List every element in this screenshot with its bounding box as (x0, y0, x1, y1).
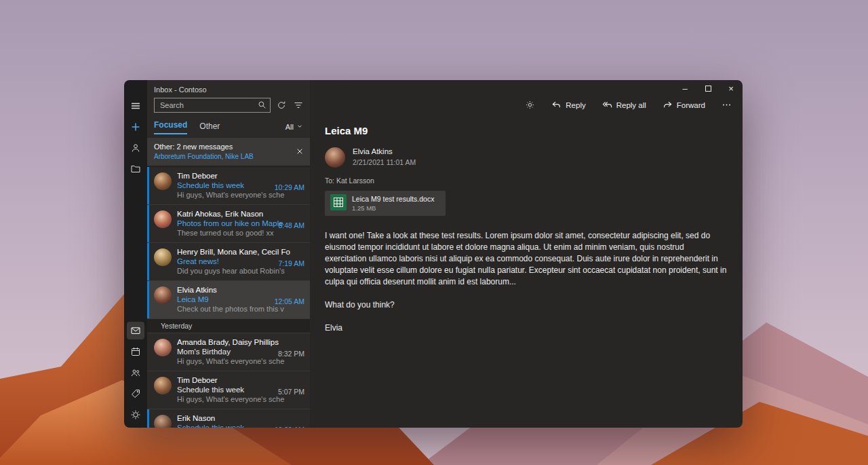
reply-button[interactable]: Reply (551, 100, 585, 111)
nav-people-button[interactable] (124, 362, 147, 383)
forward-button[interactable]: Forward (663, 100, 705, 111)
avatar (154, 248, 172, 266)
message-sender: Tim Deboer (177, 172, 304, 180)
avatar (154, 172, 172, 190)
unread-indicator (147, 281, 149, 318)
reply-all-button[interactable]: Reply all (602, 100, 646, 111)
banner-close-icon[interactable] (296, 146, 304, 158)
message-time: 12:05 AM (275, 297, 304, 305)
gear-icon (130, 409, 141, 420)
new-mail-button[interactable] (124, 116, 147, 137)
message-list: Tim Deboer Schedule this week Hi guys, W… (147, 167, 310, 428)
search-row (147, 98, 310, 113)
calendar-icon (130, 346, 141, 357)
tab-focused[interactable]: Focused (154, 120, 187, 134)
hamburger-icon (130, 100, 141, 111)
sun-button[interactable] (525, 100, 535, 111)
message-sender: Katri Ahokas, Erik Nason (177, 210, 304, 218)
tab-other[interactable]: Other (199, 122, 220, 134)
sender-row: Elvia Atkins 2/21/2021 11:01 AM (325, 147, 728, 168)
person-icon (130, 143, 141, 153)
filter-icon[interactable] (292, 99, 304, 111)
message-list-item[interactable]: Tim Deboer Schedule this week Hi guys, W… (147, 371, 310, 409)
banner-subtitle: Arboretum Foundation, Nike LAB (154, 153, 290, 160)
forward-icon (663, 100, 673, 111)
excel-file-icon (330, 194, 347, 213)
chevron-down-icon (296, 123, 303, 131)
attachment-chip[interactable]: Leica M9 test results.docx 1.25 MB (325, 191, 446, 216)
message-preview: Check out the photos from this v (177, 305, 304, 313)
message-time: 10:29 AM (275, 426, 304, 428)
message-preview: Hi guys, What's everyone's sche (177, 357, 304, 365)
reading-pane: – × Reply Reply all Forward (310, 80, 743, 428)
folders-button[interactable] (124, 158, 147, 179)
message-list-item-selected[interactable]: Elvia Atkins Leica M9 Check out the phot… (147, 281, 310, 319)
folder-icon (130, 164, 141, 174)
search-input[interactable] (154, 98, 271, 113)
message-list-item[interactable]: Amanda Brady, Daisy Phillips Mom's Birth… (147, 333, 310, 371)
message-list-item[interactable]: Henry Brill, Mona Kane, Cecil Fo Great n… (147, 243, 310, 281)
window-controls: – × (673, 80, 743, 97)
body-question: What do you think? (325, 299, 728, 311)
sync-icon[interactable] (275, 99, 288, 111)
accounts-button[interactable] (124, 137, 147, 158)
sun-icon (525, 100, 535, 111)
minimize-button[interactable]: – (673, 80, 696, 97)
recipient-line: To: Kat Larsson (325, 176, 728, 185)
ellipsis-icon (722, 100, 732, 111)
message-sender: Amanda Brady, Daisy Phillips (177, 338, 304, 346)
message-sender: Erik Nason (177, 414, 304, 422)
reply-all-icon (602, 100, 612, 111)
people-icon (130, 367, 141, 378)
message-sender: Tim Deboer (177, 376, 304, 384)
plus-icon (130, 122, 141, 132)
section-header-yesterday: Yesterday (147, 319, 310, 333)
message-toolbar: Reply Reply all Forward (310, 96, 732, 114)
message-time: 10:29 AM (275, 183, 304, 191)
signature: Elvia (325, 322, 728, 334)
mail-app-window: Inbox - Contoso Focused Other All Other: (124, 80, 743, 428)
reply-icon (551, 100, 561, 111)
desktop: Inbox - Contoso Focused Other All Other: (0, 0, 868, 465)
reply-all-label: Reply all (616, 101, 646, 109)
more-actions-button[interactable] (722, 100, 732, 111)
maximize-button[interactable] (696, 80, 719, 97)
message-list-panel: Inbox - Contoso Focused Other All Other: (147, 80, 310, 428)
message-list-item[interactable]: Erik Nason Schedule this week 10:29 AM (147, 409, 310, 428)
maximize-icon (705, 86, 711, 92)
message-list-item[interactable]: Katri Ahokas, Erik Nason Photos from our… (147, 205, 310, 243)
nav-calendar-button[interactable] (124, 341, 147, 362)
sender-avatar (325, 147, 345, 168)
message-preview: Hi guys, What's everyone's sche (177, 395, 304, 403)
message-preview: These turned out so good! xx (177, 229, 304, 237)
attachment-size: 1.25 MB (352, 204, 434, 212)
sent-datetime: 2/21/2021 11:01 AM (353, 158, 416, 166)
message-sender: Elvia Atkins (177, 286, 304, 294)
message-preview: Hi guys, What's everyone's sche (177, 191, 304, 199)
message-time: 5:07 PM (278, 388, 304, 396)
body-paragraph: I want one! Take a look at these test re… (325, 230, 728, 288)
menu-button[interactable] (124, 95, 147, 116)
filter-all-label: All (285, 123, 294, 131)
nav-mail-button[interactable] (124, 320, 147, 341)
inbox-tabs: Focused Other All (147, 113, 310, 134)
avatar (154, 210, 172, 228)
nav-settings-button[interactable] (124, 404, 147, 425)
other-messages-banner[interactable]: Other: 2 new messages Arboretum Foundati… (147, 138, 310, 167)
tag-icon (130, 388, 141, 399)
message-subject-title: Leica M9 (325, 125, 728, 136)
filter-all-dropdown[interactable]: All (285, 123, 303, 134)
avatar (154, 286, 172, 304)
unread-indicator (147, 167, 149, 204)
unread-indicator (147, 243, 149, 280)
unread-indicator (147, 409, 149, 428)
message-list-item[interactable]: Tim Deboer Schedule this week Hi guys, W… (147, 167, 310, 205)
search-icon[interactable] (257, 100, 267, 113)
mail-icon (127, 322, 144, 339)
message-time: 8:32 PM (278, 350, 304, 358)
banner-title: Other: 2 new messages (154, 143, 290, 151)
nav-todo-button[interactable] (124, 383, 147, 404)
attachment-name: Leica M9 test results.docx (352, 195, 434, 203)
reply-label: Reply (566, 101, 585, 109)
close-button[interactable]: × (719, 80, 743, 97)
